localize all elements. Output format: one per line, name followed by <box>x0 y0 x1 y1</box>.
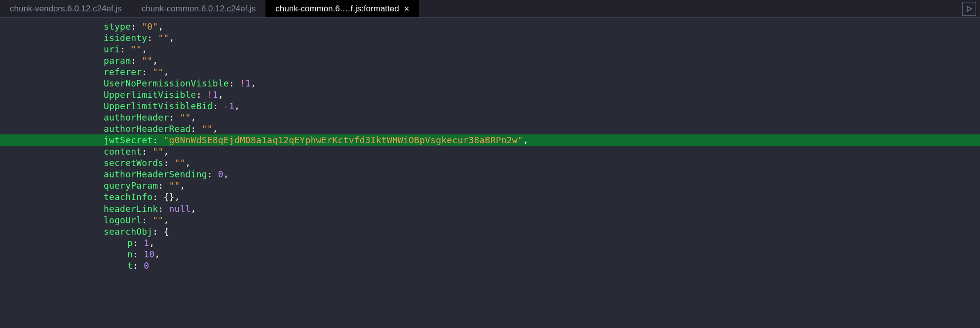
tab-vendors[interactable]: chunk-vendors.6.0.12.c24ef.js <box>0 0 132 17</box>
code-value: "" <box>152 146 163 157</box>
tab-label: chunk-common.6.0.12.c24ef.js <box>142 4 256 14</box>
code-key: secretWords <box>104 158 163 168</box>
code-line: teachInfo: {}, <box>0 191 980 203</box>
code-line: UpperlimitVisible: !1, <box>0 89 980 100</box>
code-key: content <box>104 146 142 157</box>
tab-bar: chunk-vendors.6.0.12.c24ef.js chunk-comm… <box>0 0 980 18</box>
code-value: 0 <box>218 169 224 179</box>
code-key: UserNoPermissionVisible <box>104 78 229 88</box>
code-key: UpperlimitVisibleBid <box>104 101 213 111</box>
code-key: queryParam <box>104 180 158 191</box>
code-value: "" <box>158 33 169 43</box>
code-line-highlight: jwtSecret: "g0NnWdSE8qEjdMD8a1aq12qEYphw… <box>0 134 980 146</box>
code-line: stype: "0", <box>0 21 980 32</box>
code-key: authorHeaderSending <box>104 169 207 179</box>
code-line: param: "", <box>0 55 980 66</box>
code-line: content: "", <box>0 146 980 157</box>
code-value: "" <box>180 112 191 123</box>
code-key: authorHeaderRead <box>104 123 191 134</box>
code-key: p <box>127 238 133 248</box>
code-key: referer <box>104 67 142 77</box>
play-icon[interactable] <box>962 2 976 16</box>
code-key: param <box>104 55 131 66</box>
svg-marker-0 <box>967 6 972 11</box>
code-line: n: 10, <box>0 248 980 260</box>
code-line: headerLink: null, <box>0 203 980 214</box>
code-value: 1 <box>213 89 218 100</box>
code-value: 1 <box>144 238 149 248</box>
code-value: 1 <box>229 101 234 111</box>
code-value: "" <box>131 44 142 54</box>
code-key: authorHeader <box>104 112 169 123</box>
code-line: referer: "", <box>0 66 980 78</box>
code-key: teachInfo <box>104 192 152 202</box>
code-value: "" <box>169 180 180 191</box>
code-key: isidenty <box>104 33 147 43</box>
code-line: isidenty: "", <box>0 32 980 43</box>
code-value: 10 <box>144 249 154 259</box>
code-key: n <box>127 249 133 259</box>
code-value: "0" <box>142 21 158 32</box>
code-key: uri <box>104 44 120 54</box>
code-line: t: 0 <box>0 260 980 271</box>
code-value: "" <box>142 55 152 66</box>
code-key: jwtSecret <box>104 135 152 145</box>
code-value: 0 <box>144 260 149 271</box>
code-line: p: 1, <box>0 237 980 248</box>
close-icon[interactable]: × <box>404 4 410 13</box>
code-line: uri: "", <box>0 43 980 55</box>
code-line: authorHeaderRead: "", <box>0 123 980 134</box>
code-editor[interactable]: stype: "0", isidenty: "", uri: "", param… <box>0 18 980 271</box>
code-key: logoUrl <box>104 215 142 225</box>
code-key: UpperlimitVisible <box>104 89 196 100</box>
code-line: logoUrl: "", <box>0 214 980 226</box>
code-value: null <box>169 204 190 214</box>
code-value: "" <box>152 67 163 77</box>
code-value: "" <box>202 123 213 134</box>
code-value: "" <box>174 158 185 168</box>
code-value: 1 <box>245 78 251 88</box>
code-key: headerLink <box>104 204 158 214</box>
code-key: t <box>127 260 133 271</box>
code-line: authorHeader: "", <box>0 112 980 123</box>
code-line: searchObj: { <box>0 226 980 237</box>
code-line: queryParam: "", <box>0 180 980 191</box>
code-line: UpperlimitVisibleBid: -1, <box>0 100 980 112</box>
code-line: UserNoPermissionVisible: !1, <box>0 78 980 89</box>
tab-label: chunk-common.6.…f.js:formatted <box>275 4 399 14</box>
tab-common-formatted[interactable]: chunk-common.6.…f.js:formatted × <box>265 0 419 17</box>
code-line: secretWords: "", <box>0 157 980 168</box>
code-line: authorHeaderSending: 0, <box>0 168 980 180</box>
code-key: stype <box>104 21 131 32</box>
code-key: searchObj <box>104 226 152 237</box>
code-value: "" <box>152 215 163 225</box>
tab-label: chunk-vendors.6.0.12.c24ef.js <box>10 4 122 14</box>
tab-common[interactable]: chunk-common.6.0.12.c24ef.js <box>132 0 266 17</box>
code-value: "g0NnWdSE8qEjdMD8a1aq12qEYphwErKctvfd3Ik… <box>163 135 523 145</box>
